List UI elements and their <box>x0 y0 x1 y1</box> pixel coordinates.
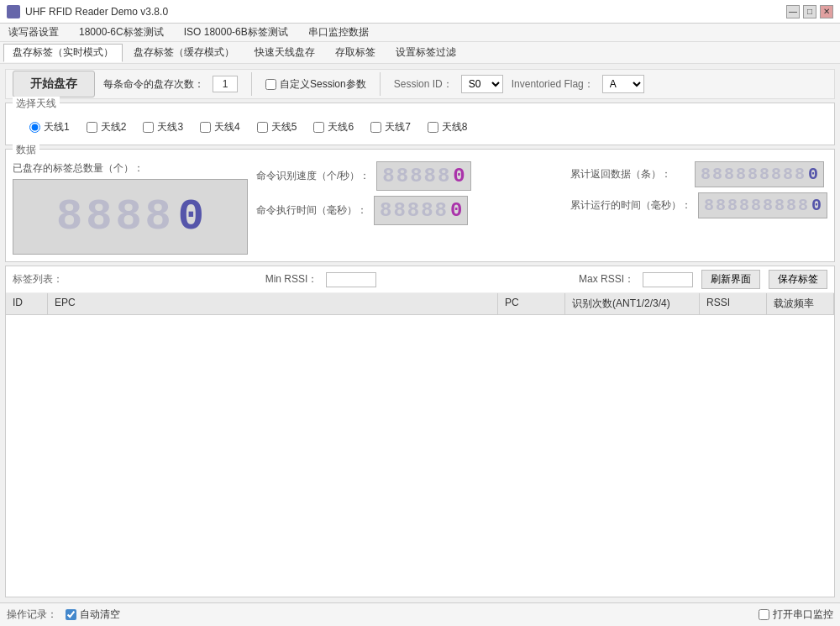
antenna-5-label[interactable]: 天线5 <box>257 120 297 134</box>
right-metrics: 累计返回数据（条）： 888888888 0 累计运行的时间（毫秒）： 8888… <box>570 161 827 255</box>
antenna-6-check[interactable] <box>313 122 324 133</box>
time-display: 88888 0 <box>374 196 468 225</box>
cmd-count-label: 每条命令的盘存次数： <box>103 77 204 92</box>
antenna-3-label[interactable]: 天线3 <box>143 120 183 134</box>
count-display-area: 已盘存的标签总数量（个）： 8888 0 <box>13 161 248 255</box>
cmd-count-value: 1 <box>213 76 238 92</box>
antenna-1-label[interactable]: 天线1 <box>29 120 70 134</box>
accum-time-digit-active: 0 <box>811 196 822 215</box>
speed-digit-active: 0 <box>453 165 465 187</box>
close-button[interactable]: ✕ <box>820 5 833 18</box>
min-rssi-label: Min RSSI： <box>265 272 318 287</box>
time-metric-row: 命令执行时间（毫秒）： 88888 0 <box>256 196 562 225</box>
antenna-7-text: 天线7 <box>385 120 411 134</box>
antenna-7-label[interactable]: 天线7 <box>370 120 411 134</box>
antenna-3-check[interactable] <box>143 122 154 133</box>
col-header-id: ID <box>6 293 48 314</box>
antenna-8-check[interactable] <box>428 122 438 133</box>
separator-2 <box>380 72 381 96</box>
open-monitor-checkbox[interactable] <box>759 609 769 620</box>
antenna-8-label[interactable]: 天线8 <box>428 120 468 134</box>
antenna-4-label[interactable]: 天线4 <box>200 120 240 134</box>
tab-cache[interactable]: 盘存标签（缓存模式） <box>124 44 244 62</box>
titlebar-controls[interactable]: — □ ✕ <box>786 5 833 18</box>
time-label: 命令执行时间（毫秒）： <box>256 203 367 218</box>
antenna-3-text: 天线3 <box>157 120 183 134</box>
accum-count-row: 累计返回数据（条）： 888888888 0 <box>570 161 827 187</box>
antenna-1-text: 天线1 <box>44 120 70 134</box>
menu-6b-test[interactable]: ISO 18000-6B标签测试 <box>179 24 293 41</box>
col-header-rssi: RSSI <box>700 293 767 314</box>
menu-reader-settings[interactable]: 读写器设置 <box>3 24 64 41</box>
antenna-2-check[interactable] <box>87 122 97 133</box>
count-label: 已盘存的标签总数量（个）： <box>13 161 248 176</box>
accum-count-label: 累计返回数据（条）： <box>570 167 688 181</box>
auto-clear-checkbox[interactable] <box>66 609 76 620</box>
tab-access[interactable]: 存取标签 <box>326 44 385 62</box>
minimize-button[interactable]: — <box>786 5 800 18</box>
tab-fast-antenna[interactable]: 快速天线盘存 <box>245 44 324 62</box>
count-digits-inactive: 8888 <box>56 192 175 242</box>
auto-clear-text: 自动清空 <box>80 608 120 622</box>
inv-flag-select[interactable]: A B <box>602 75 644 93</box>
main-content: 开始盘存 每条命令的盘存次数： 1 自定义Session参数 Session I… <box>0 64 840 602</box>
tab-realtime[interactable]: 盘存标签（实时模式） <box>3 44 123 62</box>
titlebar: UHF RFID Reader Demo v3.8.0 — □ ✕ <box>0 0 840 24</box>
speed-display: 88888 0 <box>376 161 470 191</box>
maximize-button[interactable]: □ <box>803 5 816 18</box>
open-monitor-label[interactable]: 打开串口监控 <box>759 608 833 622</box>
antenna-6-label[interactable]: 天线6 <box>313 120 354 134</box>
toolbar: 盘存标签（实时模式） 盘存标签（缓存模式） 快速天线盘存 存取标签 设置标签过滤 <box>0 42 840 64</box>
auto-clear-label[interactable]: 自动清空 <box>66 608 120 622</box>
custom-session-checkbox[interactable] <box>265 79 276 90</box>
antenna-4-check[interactable] <box>200 122 211 133</box>
app-icon <box>7 5 20 18</box>
antenna-4-text: 天线4 <box>214 120 240 134</box>
titlebar-left: UHF RFID Reader Demo v3.8.0 <box>7 5 168 18</box>
data-section: 数据 已盘存的标签总数量（个）： 8888 0 命令识别速度（个/秒）： <box>5 149 835 262</box>
table-header: ID EPC PC 识别次数(ANT1/2/3/4) RSSI 载波频率 <box>6 293 834 315</box>
antenna-1-radio[interactable] <box>29 122 40 133</box>
time-digit-active: 0 <box>450 199 462 222</box>
open-monitor-text: 打开串口监控 <box>773 608 833 622</box>
menubar: 读写器设置 18000-6C标签测试 ISO 18000-6B标签测试 串口监控… <box>0 24 840 42</box>
antenna-6-text: 天线6 <box>328 120 354 134</box>
min-rssi-input[interactable] <box>326 272 376 287</box>
antenna-5-check[interactable] <box>257 122 268 133</box>
tag-list-header: 标签列表： Min RSSI： Max RSSI： 刷新界面 保存标签 <box>6 266 834 293</box>
status-bar: 操作记录： 自动清空 打开串口监控 <box>0 602 840 626</box>
menu-serial-monitor[interactable]: 串口监控数据 <box>303 24 374 41</box>
window-title: UHF RFID Reader Demo v3.8.0 <box>25 6 168 18</box>
save-tags-button[interactable]: 保存标签 <box>769 270 827 289</box>
col-header-pc: PC <box>498 293 565 314</box>
tab-filter[interactable]: 设置标签过滤 <box>386 44 465 62</box>
accum-time-row: 累计运行的时间（毫秒）： 888888888 0 <box>570 192 827 218</box>
antenna-row: 天线1 天线2 天线3 天线4 天线5 <box>13 113 827 141</box>
accum-count-digits-inactive: 888888888 <box>701 165 806 184</box>
speed-metric-row: 命令识别速度（个/秒）： 88888 0 <box>256 161 562 191</box>
inv-flag-label: Inventoried Flag： <box>512 77 594 92</box>
antenna-7-check[interactable] <box>370 122 381 133</box>
antenna-2-text: 天线2 <box>101 120 127 134</box>
col-header-epc: EPC <box>48 293 498 314</box>
start-inventory-button[interactable]: 开始盘存 <box>13 71 95 97</box>
antenna-8-text: 天线8 <box>442 120 468 134</box>
count-display: 8888 0 <box>13 179 248 255</box>
menu-6c-test[interactable]: 18000-6C标签测试 <box>74 24 169 41</box>
data-inner: 已盘存的标签总数量（个）： 8888 0 命令识别速度（个/秒）： 88888 <box>13 161 827 255</box>
custom-session-checkbox-label[interactable]: 自定义Session参数 <box>265 77 366 92</box>
refresh-button[interactable]: 刷新界面 <box>701 270 760 289</box>
max-rssi-input[interactable] <box>643 272 693 287</box>
accum-count-display: 888888888 0 <box>695 161 824 187</box>
accum-time-digits-inactive: 888888888 <box>704 196 810 215</box>
custom-session-label: 自定义Session参数 <box>280 77 366 92</box>
antenna-2-label[interactable]: 天线2 <box>87 120 127 134</box>
antenna-section: 选择天线 天线1 天线2 天线3 天线4 <box>5 103 835 145</box>
session-id-select[interactable]: S0 S1 S2 S3 <box>461 75 503 93</box>
antenna-5-text: 天线5 <box>271 120 297 134</box>
antenna-section-label: 选择天线 <box>13 97 60 111</box>
count-digit-active: 0 <box>178 192 204 242</box>
middle-metrics: 命令识别速度（个/秒）： 88888 0 命令执行时间（毫秒）： 88888 0 <box>256 161 562 255</box>
col-header-freq: 载波频率 <box>767 293 834 314</box>
accum-time-display: 888888888 0 <box>698 192 827 218</box>
